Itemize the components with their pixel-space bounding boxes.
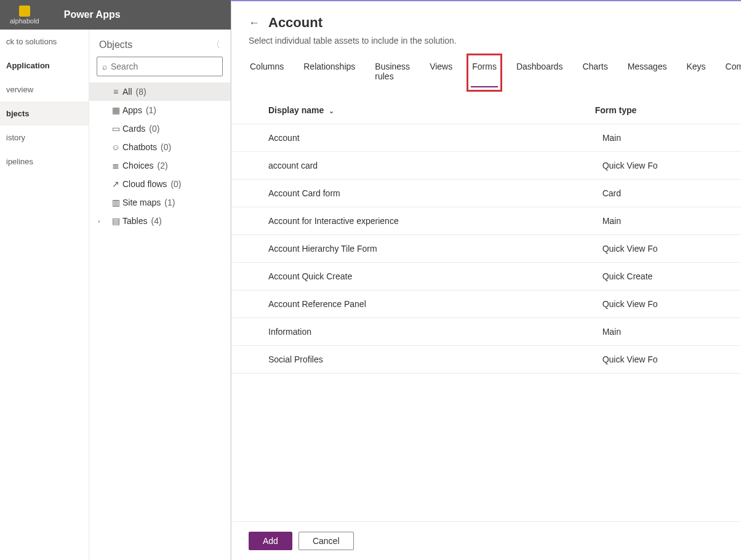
objects-list: ≡All(8)▦Apps(1)▭Cards(0)☺Chatbots(0)≣Cho… bbox=[89, 82, 230, 230]
col-form-type[interactable]: Form type bbox=[595, 99, 741, 124]
forms-table: Display name ⌄ Form type AccountMainacco… bbox=[231, 99, 741, 374]
search-input[interactable] bbox=[111, 62, 218, 71]
object-label: Apps bbox=[122, 105, 142, 115]
cell-form-type: Main bbox=[595, 318, 741, 346]
nav-pipelines[interactable]: ipelines bbox=[0, 150, 89, 174]
object-label: Cards bbox=[122, 124, 145, 134]
cell-display-name: Account Quick Create bbox=[231, 263, 595, 290]
table-row[interactable]: Account Quick CreateQuick Create bbox=[231, 263, 741, 290]
object-count: (8) bbox=[136, 87, 146, 97]
object-label: Tables bbox=[122, 216, 147, 226]
tab-views[interactable]: Views bbox=[428, 58, 454, 87]
asset-tabs: ColumnsRelationshipsBusiness rulesViewsF… bbox=[231, 53, 741, 88]
add-button[interactable]: Add bbox=[249, 532, 292, 550]
object-item-chatbots[interactable]: ☺Chatbots(0) bbox=[89, 138, 230, 156]
object-item-choices[interactable]: ≣Choices(2) bbox=[89, 156, 230, 175]
nav-section-application: Application bbox=[0, 54, 89, 78]
cell-display-name: Account Reference Panel bbox=[231, 290, 595, 318]
nav-back-to-solutions[interactable]: ck to solutions bbox=[0, 30, 89, 54]
cell-form-type: Quick Create bbox=[595, 263, 741, 290]
object-count: (1) bbox=[164, 198, 175, 207]
cell-display-name: Account Card form bbox=[231, 180, 595, 207]
tab-business-rules[interactable]: Business rules bbox=[374, 58, 411, 87]
cell-display-name: Account bbox=[231, 124, 595, 152]
cancel-button[interactable]: Cancel bbox=[298, 532, 354, 550]
object-type-icon: ≡ bbox=[109, 87, 122, 97]
cell-form-type: Card bbox=[595, 180, 741, 207]
object-label: Choices bbox=[122, 161, 154, 170]
nav-history[interactable]: istory bbox=[0, 126, 89, 150]
back-arrow-icon[interactable]: ← bbox=[249, 17, 260, 30]
object-label: Site maps bbox=[122, 198, 161, 207]
object-type-icon: ☺ bbox=[109, 142, 122, 152]
cell-form-type: Quick View Fo bbox=[595, 152, 741, 180]
cell-form-type: Quick View Fo bbox=[595, 290, 741, 318]
object-type-icon: ▭ bbox=[109, 124, 122, 134]
tab-commands[interactable]: Commands bbox=[724, 58, 741, 87]
brand-text: alphabold bbox=[10, 17, 39, 25]
object-item-cloud-flows[interactable]: ↗Cloud flows(0) bbox=[89, 175, 230, 193]
table-row[interactable]: Account Card formCard bbox=[231, 180, 741, 207]
object-type-icon: ▤ bbox=[109, 216, 122, 226]
brand-icon bbox=[19, 6, 30, 17]
table-row[interactable]: Account for Interactive experienceMain bbox=[231, 207, 741, 235]
table-row[interactable]: InformationMain bbox=[231, 318, 741, 346]
cell-display-name: account card bbox=[231, 152, 595, 180]
object-label: All bbox=[122, 87, 132, 97]
object-type-icon: ≣ bbox=[109, 161, 122, 170]
chevron-down-icon: ⌄ bbox=[329, 107, 334, 114]
tab-charts[interactable]: Charts bbox=[581, 58, 609, 87]
table-row[interactable]: Account Hierarchy Tile FormQuick View Fo bbox=[231, 235, 741, 263]
cell-display-name: Account for Interactive experience bbox=[231, 207, 595, 235]
objects-panel: Objects 〈 ⌕ ≡All(8)▦Apps(1)▭Cards(0)☺Cha… bbox=[89, 30, 231, 560]
object-count: (1) bbox=[146, 105, 156, 115]
tab-forms[interactable]: Forms bbox=[471, 58, 498, 87]
object-type-icon: ↗ bbox=[109, 179, 122, 189]
object-item-apps[interactable]: ▦Apps(1) bbox=[89, 101, 230, 119]
object-count: (0) bbox=[149, 124, 159, 134]
table-row[interactable]: account cardQuick View Fo bbox=[231, 152, 741, 180]
object-item-all[interactable]: ≡All(8) bbox=[89, 82, 230, 101]
cell-form-type: Main bbox=[595, 207, 741, 235]
tab-keys[interactable]: Keys bbox=[685, 58, 707, 87]
object-label: Cloud flows bbox=[122, 179, 167, 189]
cell-form-type: Quick View Fo bbox=[595, 235, 741, 263]
collapse-icon[interactable]: 〈 bbox=[212, 39, 220, 50]
object-item-tables[interactable]: ›▤Tables(4) bbox=[89, 212, 230, 230]
col-display-name[interactable]: Display name ⌄ bbox=[231, 99, 595, 124]
object-item-cards[interactable]: ▭Cards(0) bbox=[89, 119, 230, 138]
object-item-site-maps[interactable]: ▥Site maps(1) bbox=[89, 193, 230, 212]
app-title: Power Apps bbox=[64, 9, 121, 20]
nav-overview[interactable]: verview bbox=[0, 78, 89, 102]
object-count: (4) bbox=[151, 216, 161, 226]
table-row[interactable]: AccountMain bbox=[231, 124, 741, 152]
table-assets-panel: ← Account Select individual table assets… bbox=[231, 0, 741, 560]
cell-display-name: Social Profiles bbox=[231, 346, 595, 374]
panel-subtitle: Select individual table assets to includ… bbox=[231, 36, 741, 53]
object-count: (0) bbox=[170, 179, 181, 189]
cell-display-name: Information bbox=[231, 318, 595, 346]
panel-title: Account bbox=[268, 15, 322, 31]
brand-logo: alphabold bbox=[10, 6, 39, 25]
tab-dashboards[interactable]: Dashboards bbox=[515, 58, 564, 87]
cell-form-type: Main bbox=[595, 124, 741, 152]
object-count: (2) bbox=[158, 161, 168, 170]
object-type-icon: ▦ bbox=[109, 105, 122, 115]
expand-icon: › bbox=[98, 217, 109, 225]
table-row[interactable]: Social ProfilesQuick View Fo bbox=[231, 346, 741, 374]
cell-display-name: Account Hierarchy Tile Form bbox=[231, 235, 595, 263]
objects-title: Objects bbox=[99, 39, 132, 50]
nav-objects[interactable]: bjects bbox=[0, 102, 89, 126]
search-icon: ⌕ bbox=[102, 62, 107, 71]
cell-form-type: Quick View Fo bbox=[595, 346, 741, 374]
object-count: (0) bbox=[161, 142, 171, 152]
panel-footer: Add Cancel bbox=[231, 521, 741, 560]
table-row[interactable]: Account Reference PanelQuick View Fo bbox=[231, 290, 741, 318]
tab-messages[interactable]: Messages bbox=[627, 58, 668, 87]
tab-columns[interactable]: Columns bbox=[249, 58, 285, 87]
left-nav: ck to solutions Application verview bjec… bbox=[0, 30, 89, 560]
object-label: Chatbots bbox=[122, 142, 157, 152]
object-type-icon: ▥ bbox=[109, 198, 122, 207]
search-box[interactable]: ⌕ bbox=[97, 57, 223, 76]
tab-relationships[interactable]: Relationships bbox=[302, 58, 356, 87]
